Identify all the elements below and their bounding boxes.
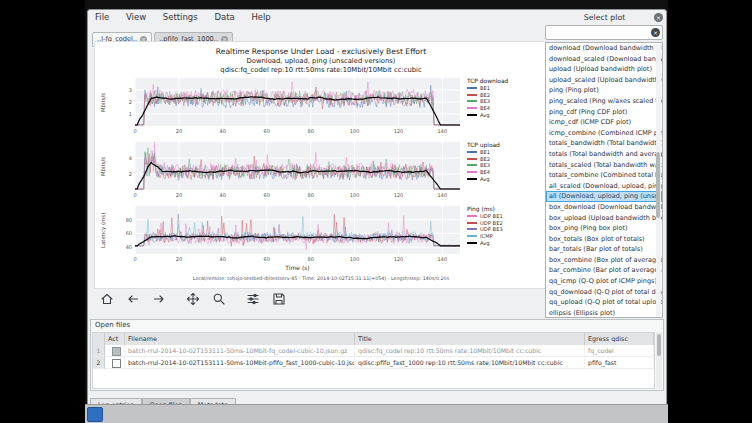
plot-list-item[interactable]: totals (Total bandwidth and average ping… <box>546 149 662 160</box>
zoom-icon[interactable] <box>210 291 227 307</box>
column-header[interactable]: Filename <box>125 333 355 345</box>
menu-settings[interactable]: Settings <box>156 10 205 25</box>
legend-swatch <box>467 235 477 237</box>
plot-toolbar <box>98 290 296 308</box>
subplot-config-icon[interactable] <box>244 291 261 307</box>
figure-params-line: qdisc:fq_codel rep:10 rtt:50ms rate:10Mb… <box>95 66 547 74</box>
legend: TCP downloadBE1BE2BE3BE4Avg <box>467 78 545 118</box>
legend-entry: BE1 <box>467 85 545 92</box>
scrollbar-thumb[interactable] <box>656 152 660 218</box>
plot-list-item[interactable]: bar_totals (Bar plot of totals) <box>546 244 662 255</box>
plot-list-item[interactable]: download_scaled (Download bandwidth w/ax… <box>546 54 662 65</box>
legend-entry: UDP BE1 <box>467 213 545 220</box>
y-tick-label: 80 <box>113 217 132 223</box>
plot-list-item[interactable]: qq_download (Q-Q plot of total download … <box>546 287 662 298</box>
legend-label: BE3 <box>480 98 490 104</box>
plot-list-item[interactable]: ping (Ping plot) <box>546 85 662 96</box>
panel-close-icon[interactable]: × <box>654 13 663 22</box>
pan-icon[interactable] <box>184 291 201 307</box>
plot-list-item[interactable]: totals_scaled (Total bandwidth w/axes sc… <box>546 160 662 171</box>
legend-swatch <box>467 87 477 89</box>
legend-label: UDP BE3 <box>480 226 503 232</box>
plot-list-item[interactable]: box_ping (Ping box plot) <box>546 223 662 234</box>
column-header[interactable] <box>93 333 105 345</box>
taskbar <box>85 404 668 423</box>
plot-list-item[interactable]: ping_scaled (Ping w/axes scaled to remov… <box>546 96 662 107</box>
x-tick-label: 40 <box>215 128 231 134</box>
legend-label: BE3 <box>480 162 490 168</box>
plot-list-item[interactable]: qq_icmp (Q-Q plot of ICMP pings) <box>546 276 662 287</box>
x-tick-label: 60 <box>259 256 275 262</box>
plot-list-item[interactable]: bar_combine (Bar plot of averages of sev… <box>546 265 662 276</box>
table-row[interactable]: 2batch-rrul-2014-10-02T153111-50ms-10Mbi… <box>93 357 654 369</box>
title-cell: qdisc:fq_codel rep:10 rtt:50ms rate:10Mb… <box>355 345 585 357</box>
legend-swatch <box>467 107 477 109</box>
legend-entry: UDP BE2 <box>467 220 545 227</box>
plot-list-scrollbar[interactable] <box>656 44 661 316</box>
column-header[interactable]: Egress qdisc <box>585 333 654 345</box>
plot-search-box: × <box>545 25 663 40</box>
plot-list-item[interactable]: qq_upload (Q-Q plot of total upload band… <box>546 297 662 308</box>
plot-list-item[interactable]: all_scaled (Download, upload, ping (scal… <box>546 181 662 192</box>
legend-label: Avg <box>480 112 490 118</box>
y-tick-label: 3 <box>113 87 132 93</box>
plot-list-item[interactable]: ping_cdf (Ping CDF plot) <box>546 107 662 118</box>
forward-arrow-icon[interactable] <box>150 291 167 307</box>
plot-list-item[interactable]: icmp_cdf (ICMP CDF plot) <box>546 117 662 128</box>
tab-bar: ..l-fq_codel..×..pfifo_fast_1000..× <box>92 26 235 40</box>
start-menu-button[interactable] <box>87 407 103 422</box>
active-checkbox[interactable] <box>112 347 121 356</box>
table-header-row: ActFilenameTitleEgress qdisc <box>93 333 654 345</box>
plot-list-item[interactable]: box_download (Download bandwidth box plo… <box>546 202 662 213</box>
legend-label: UDP BE2 <box>480 220 503 226</box>
x-tick-label: 60 <box>259 128 275 134</box>
legend-label: BE1 <box>480 149 490 155</box>
x-tick-label: 60 <box>259 192 275 198</box>
legend-entry: BE1 <box>467 149 545 156</box>
save-icon[interactable] <box>270 291 287 307</box>
home-icon[interactable] <box>98 291 115 307</box>
plot-list-item[interactable]: all (Download, upload, ping (unscaled ve… <box>546 191 662 202</box>
desktop-screen: File View Settings Data Help ..l-fq_code… <box>85 0 668 423</box>
y-axis-label: Mbits/s <box>98 142 108 190</box>
column-header[interactable]: Act <box>105 333 125 345</box>
plot-list-item[interactable]: totals_bandwidth (Total bandwidth) <box>546 138 662 149</box>
menu-help[interactable]: Help <box>244 10 277 25</box>
scrollbar-thumb[interactable] <box>657 334 661 356</box>
plot-list-item[interactable]: upload_scaled (Upload bandwidth w/axes s… <box>546 75 662 86</box>
legend-entry: BE3 <box>467 162 545 169</box>
plot-list-item[interactable]: box_upload (Upload bandwidth box plot) <box>546 213 662 224</box>
y-tick-label: 40 <box>113 244 132 250</box>
plot-list-item[interactable]: box_combine (Box plot of averages of sev… <box>546 255 662 266</box>
plot-list-item[interactable]: box_totals (Box plot of totals) <box>546 234 662 245</box>
table-row[interactable]: 1batch-rrul-2014-10-02T153111-50ms-10Mbi… <box>93 345 654 357</box>
x-tick-label: 0 <box>127 128 143 134</box>
column-header[interactable]: Title <box>355 333 585 345</box>
plot-list-item[interactable]: upload (Upload bandwidth plot) <box>546 64 662 75</box>
plot-list-item[interactable]: totals_combine (Combined total bandwidth… <box>546 170 662 181</box>
plot-list-item[interactable]: icmp_combine (Combined ICMP ping plot) <box>546 128 662 139</box>
x-tick-label: 100 <box>347 192 363 198</box>
search-clear-icon[interactable]: × <box>651 28 660 37</box>
legend-entry: ICMP <box>467 233 545 240</box>
active-checkbox[interactable] <box>112 359 121 368</box>
x-tick-label: 140 <box>434 256 450 262</box>
menu-data[interactable]: Data <box>207 10 241 25</box>
subplot-2: Mbits/s24020406080100120140TCP uploadBE1… <box>95 142 547 204</box>
act-cell <box>105 357 125 369</box>
plot-list: download (Download bandwidth plot)downlo… <box>545 42 663 318</box>
open-files-scrollbar[interactable] <box>656 332 662 389</box>
legend-swatch <box>467 215 477 217</box>
back-arrow-icon[interactable] <box>124 291 141 307</box>
menu-view[interactable]: View <box>119 10 153 25</box>
x-tick-label: 100 <box>347 128 363 134</box>
legend-entry: BE2 <box>467 92 545 99</box>
legend-label: BE2 <box>480 156 490 162</box>
plot-list-item[interactable]: ellipsis (Ellipsis plot) <box>546 308 662 318</box>
x-tick-label: 140 <box>434 128 450 134</box>
x-tick-label: 120 <box>391 192 407 198</box>
legend-entry: Avg <box>467 175 545 182</box>
plot-list-item[interactable]: download (Download bandwidth plot) <box>546 43 662 54</box>
menu-file[interactable]: File <box>88 10 116 25</box>
legend-swatch <box>467 158 477 160</box>
